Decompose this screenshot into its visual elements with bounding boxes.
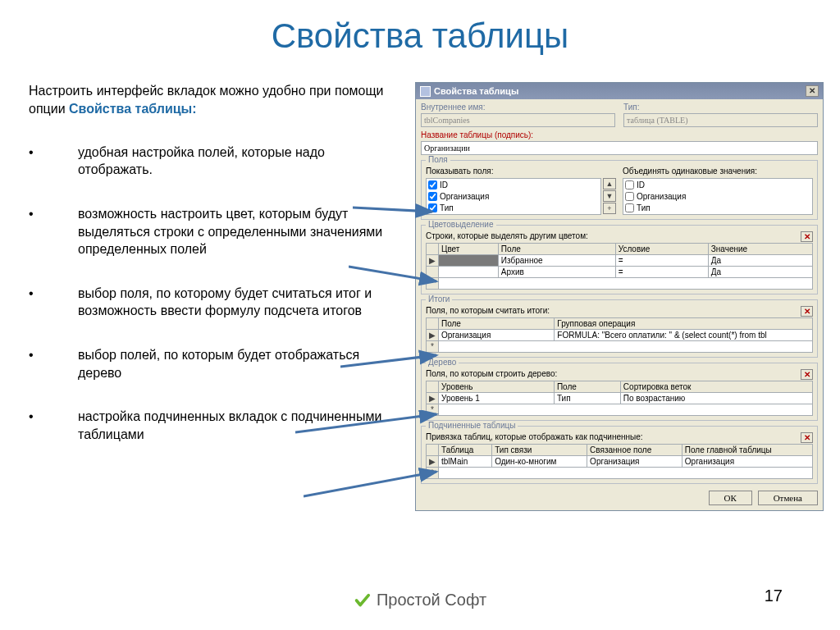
bullet-list: удобная настройка полей, которые надо от… (29, 144, 398, 444)
bullet-item: настройка подчиненных вкладок с подчинен… (29, 408, 398, 443)
list-item-label: ID (440, 180, 448, 189)
table-row-new[interactable]: * (427, 278, 813, 290)
internal-name-field (421, 113, 615, 127)
cell[interactable]: tblMain (439, 456, 492, 468)
page-number: 17 (765, 587, 783, 605)
table-row-new[interactable]: * (427, 468, 813, 479)
col-header: Сортировка веток (620, 381, 812, 393)
col-header: Поле (554, 381, 620, 393)
caption-field[interactable] (421, 141, 818, 155)
ok-button[interactable]: ОК (709, 491, 752, 505)
list-item-label: Тип (637, 203, 651, 212)
left-column: Настроить интерфейс вкладок можно удобно… (29, 82, 398, 469)
app-icon (420, 86, 431, 97)
col-header: Групповая операция (555, 318, 813, 330)
table-row[interactable]: ▶tblMainОдин-ко-многимОрганизацияОрганиз… (427, 456, 813, 468)
cell[interactable]: FORMULA: "Всего оплатили: " & (select co… (555, 330, 813, 341)
cell[interactable]: = (615, 255, 708, 267)
move-up-icon[interactable]: ▲ (603, 178, 616, 189)
list-item[interactable]: ID (427, 179, 600, 190)
list-item[interactable]: Тип (623, 202, 812, 213)
cell[interactable]: Организация (439, 330, 555, 341)
col-header: Связанное поле (587, 445, 682, 456)
cell[interactable]: По возрастанию (620, 393, 812, 404)
list-item[interactable]: Организация (427, 190, 600, 202)
bullet-item: возможность настроить цвет, которым буду… (29, 205, 398, 258)
group-totals: Итоги Поля, по которым считать итоги: ✕ … (421, 299, 818, 358)
cell[interactable]: Организация (682, 456, 812, 468)
group-color: Цветовыделение Строки, которые выделять … (421, 225, 818, 294)
cell[interactable]: Да (708, 255, 812, 267)
group-subtables: Подчиненные таблицы Привязка таблиц, кот… (421, 426, 818, 484)
cell[interactable]: Тип (554, 393, 620, 404)
add-icon[interactable]: + (603, 203, 616, 214)
col-header: Значение (708, 244, 812, 255)
tree-sub: Поля, по которым строить дерево: (426, 369, 813, 378)
cell[interactable]: Да (708, 267, 812, 278)
table-row[interactable]: ▶ОрганизацияFORMULA: "Всего оплатили: " … (427, 330, 813, 341)
checkbox-org[interactable] (428, 192, 437, 201)
list-item-label: Организация (440, 192, 489, 201)
table-row[interactable]: ▶Избранное=Да (427, 255, 813, 267)
dialog-title: Свойства таблицы (434, 86, 806, 96)
cell[interactable]: Уровень 1 (439, 393, 555, 404)
cell[interactable]: Избранное (498, 255, 615, 267)
col-header: Уровень (439, 381, 555, 393)
table-row-new[interactable]: * (427, 341, 813, 353)
subtables-sub: Привязка таблиц, которые отображать как … (426, 432, 813, 441)
footer-logo: Простой Софт (354, 591, 486, 609)
merge-fields-label: Объединять одинаковые значения: (623, 167, 813, 176)
table-row[interactable]: ▶Уровень 1ТипПо возрастанию (427, 393, 813, 404)
close-icon[interactable]: ✕ (806, 85, 819, 97)
group-color-title: Цветовыделение (426, 220, 496, 229)
totals-grid[interactable]: ПолеГрупповая операция ▶ОрганизацияFORMU… (426, 317, 813, 353)
show-fields-list[interactable]: ID Организация Тип (426, 178, 601, 215)
col-header: Тип связи (492, 445, 587, 456)
list-item[interactable]: ID (623, 179, 812, 190)
show-fields-label: Показывать поля: (426, 167, 616, 176)
type-field (623, 113, 818, 127)
color-grid[interactable]: ЦветПолеУсловиеЗначение ▶Избранное=Да Ар… (426, 243, 813, 290)
table-row-new[interactable]: * (427, 404, 813, 416)
tree-grid[interactable]: УровеньПолеСортировка веток ▶Уровень 1Ти… (426, 381, 813, 416)
move-down-icon[interactable]: ▼ (603, 190, 616, 202)
table-row[interactable]: Архив=Да (427, 267, 813, 278)
slide-title: Свойства таблицы (0, 0, 840, 56)
internal-name-label: Внутреннее имя: (421, 103, 615, 112)
list-item[interactable]: Организация (623, 190, 812, 202)
checkbox-org2[interactable] (625, 192, 634, 201)
group-fields-title: Поля (426, 155, 450, 164)
col-header: Поле (498, 244, 615, 255)
bullet-item: выбор полей, по которым будет отображать… (29, 346, 398, 381)
cell[interactable]: Архив (498, 267, 615, 278)
logo-text: Простой Софт (377, 591, 486, 609)
group-subtables-title: Подчиненные таблицы (426, 421, 518, 430)
cell[interactable]: Организация (587, 456, 682, 468)
checkbox-id2[interactable] (625, 180, 634, 189)
delete-icon[interactable]: ✕ (801, 369, 813, 380)
delete-icon[interactable]: ✕ (801, 432, 813, 443)
checkbox-type2[interactable] (625, 203, 634, 212)
subtables-grid[interactable]: ТаблицаТип связиСвязанное полеПоле главн… (426, 444, 813, 479)
col-header: Поле (439, 318, 555, 330)
col-header: Таблица (439, 445, 492, 456)
col-header: Цвет (439, 244, 499, 255)
type-label: Тип: (623, 103, 818, 112)
cell[interactable]: = (615, 267, 708, 278)
list-item[interactable]: Тип (427, 202, 600, 213)
totals-sub: Поля, по которым считать итоги: (426, 306, 813, 315)
checkbox-id[interactable] (428, 180, 437, 189)
delete-icon[interactable]: ✕ (801, 231, 813, 242)
group-fields: Поля Показывать поля: ID Организация Тип… (421, 160, 818, 220)
properties-dialog: Свойства таблицы ✕ Внутреннее имя: Тип: … (415, 82, 824, 511)
cell[interactable]: Один-ко-многим (492, 456, 587, 468)
checkbox-type[interactable] (428, 203, 437, 212)
bullet-item: удобная настройка полей, которые надо от… (29, 144, 398, 179)
merge-fields-list[interactable]: ID Организация Тип (623, 178, 813, 215)
checkmark-icon (354, 591, 372, 609)
cancel-button[interactable]: Отмена (758, 491, 818, 505)
caption-label: Название таблицы (подпись): (421, 130, 818, 139)
delete-icon[interactable]: ✕ (801, 306, 813, 317)
intro-text: Настроить интерфейс вкладок можно удобно… (29, 82, 398, 119)
bullet-item: выбор поля, по которому будет считаться … (29, 285, 398, 320)
